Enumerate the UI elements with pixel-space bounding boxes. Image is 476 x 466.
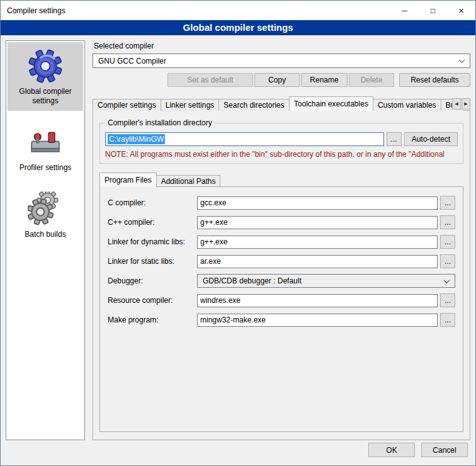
installation-directory-group: Compiler's installation directory C:\ray… bbox=[99, 118, 463, 164]
window-title: Compiler settings bbox=[1, 6, 390, 15]
installation-directory-input[interactable]: C:\raylib\MinGW bbox=[105, 132, 384, 146]
browse-button[interactable]: ... bbox=[440, 293, 455, 307]
field-label: Linker for dynamic libs: bbox=[108, 237, 195, 246]
set-as-default-button[interactable]: Set as default bbox=[167, 73, 253, 87]
bin-subdirectory-note: NOTE: All programs must exist either in … bbox=[105, 150, 458, 159]
dialog-footer: OK Cancel bbox=[1, 440, 475, 465]
delete-button[interactable]: Delete bbox=[349, 73, 394, 87]
compiler-settings-window: Compiler settings ─ □ × Global compiler … bbox=[0, 0, 476, 466]
field-row-c-compiler: C compiler: ... bbox=[108, 196, 455, 210]
debugger-select-value: GDB/CDB debugger : Default bbox=[203, 276, 302, 285]
sidebar-item-batch-builds[interactable]: Batch builds bbox=[8, 185, 83, 244]
dynamic-linker-input[interactable] bbox=[197, 236, 438, 249]
minimize-icon[interactable]: ─ bbox=[390, 1, 419, 20]
chevron-down-icon bbox=[459, 57, 465, 63]
tab-toolchain-executables[interactable]: Toolchain executables bbox=[289, 96, 373, 111]
tab-program-files[interactable]: Program Files bbox=[99, 173, 157, 187]
browse-button[interactable]: ... bbox=[440, 215, 455, 229]
tab-search-directories[interactable]: Search directories bbox=[218, 99, 290, 111]
program-files-panel: C compiler: ... C++ compiler: ... Linker… bbox=[99, 186, 463, 432]
field-row-dynamic-linker: Linker for dynamic libs: ... bbox=[108, 235, 455, 249]
sidebar-item-label: Profiler settings bbox=[20, 163, 72, 173]
sidebar-item-label: Batch builds bbox=[25, 230, 65, 239]
c-compiler-input[interactable] bbox=[197, 196, 438, 210]
tab-custom-variables[interactable]: Custom variables bbox=[373, 99, 441, 111]
ok-button[interactable]: OK bbox=[368, 443, 415, 457]
field-row-debugger: Debugger: GDB/CDB debugger : Default bbox=[108, 274, 455, 288]
field-label: Debugger: bbox=[108, 276, 195, 285]
main-panel: Selected compiler GNU GCC Compiler Set a… bbox=[93, 40, 470, 440]
gray-gears-icon bbox=[28, 191, 63, 227]
field-row-cpp-compiler: C++ compiler: ... bbox=[108, 215, 455, 229]
chevron-down-icon bbox=[444, 277, 450, 283]
selected-compiler-label: Selected compiler bbox=[94, 42, 470, 50]
cpp-compiler-input[interactable] bbox=[197, 216, 438, 229]
field-row-resource-compiler: Resource compiler: ... bbox=[108, 293, 455, 307]
tab-linker-settings[interactable]: Linker settings bbox=[161, 99, 219, 111]
field-row-make-program: Make program: ... bbox=[108, 313, 455, 327]
toolchain-executables-panel: Compiler's installation directory C:\ray… bbox=[93, 110, 470, 440]
title-bar[interactable]: Compiler settings ─ □ × bbox=[1, 1, 475, 20]
maximize-icon[interactable]: □ bbox=[419, 1, 447, 20]
tab-additional-paths[interactable]: Additional Paths bbox=[156, 175, 221, 187]
installation-directory-browse-button[interactable]: ... bbox=[387, 132, 402, 146]
cancel-button[interactable]: Cancel bbox=[421, 443, 468, 457]
auto-detect-button[interactable]: Auto-detect bbox=[404, 132, 458, 146]
settings-tab-bar: Compiler settings Linker settings Search… bbox=[93, 96, 470, 111]
field-label: Resource compiler: bbox=[108, 296, 195, 305]
debugger-select[interactable]: GDB/CDB debugger : Default bbox=[197, 274, 455, 288]
rename-button[interactable]: Rename bbox=[301, 73, 348, 87]
tab-scroll-buttons: ◀ ▶ bbox=[452, 98, 470, 110]
installation-directory-value: C:\raylib\MinGW bbox=[108, 134, 165, 144]
dialog-header: Global compiler settings bbox=[1, 20, 475, 35]
copy-button[interactable]: Copy bbox=[254, 73, 300, 87]
installation-directory-legend: Compiler's installation directory bbox=[105, 118, 215, 127]
compiler-select[interactable]: GNU GCC Compiler bbox=[93, 54, 470, 68]
close-icon[interactable]: × bbox=[447, 1, 475, 20]
compiler-select-value: GNU GCC Compiler bbox=[98, 57, 166, 65]
browse-button[interactable]: ... bbox=[440, 254, 455, 268]
profiler-tool-icon bbox=[28, 125, 63, 160]
dialog-body: Global compiler settings Profiler settin… bbox=[1, 35, 475, 440]
field-label: C++ compiler: bbox=[108, 218, 195, 227]
static-linker-input[interactable] bbox=[197, 255, 438, 268]
settings-sidebar: Global compiler settings Profiler settin… bbox=[6, 40, 85, 440]
browse-button[interactable]: ... bbox=[440, 313, 455, 327]
compiler-actions: Set as default Copy Rename Delete Reset … bbox=[93, 73, 470, 87]
tab-scroll-right-icon[interactable]: ▶ bbox=[462, 98, 470, 110]
field-label: C compiler: bbox=[108, 198, 195, 207]
browse-button[interactable]: ... bbox=[440, 235, 455, 249]
resource-compiler-input[interactable] bbox=[197, 294, 438, 307]
sidebar-item-profiler-settings[interactable]: Profiler settings bbox=[8, 118, 83, 178]
field-label: Make program: bbox=[108, 315, 195, 324]
program-files-tab-bar: Program Files Additional Paths bbox=[99, 172, 463, 187]
field-label: Linker for static libs: bbox=[108, 257, 195, 266]
tab-scroll-left-icon[interactable]: ◀ bbox=[452, 98, 461, 110]
reset-defaults-button[interactable]: Reset defaults bbox=[399, 73, 470, 87]
field-row-static-linker: Linker for static libs: ... bbox=[108, 254, 455, 268]
sidebar-item-label: Global compiler settings bbox=[9, 87, 82, 106]
blue-gear-icon bbox=[28, 48, 63, 84]
browse-button[interactable]: ... bbox=[440, 196, 455, 210]
sidebar-item-global-compiler-settings[interactable]: Global compiler settings bbox=[8, 42, 83, 111]
installation-directory-row: C:\raylib\MinGW ... Auto-detect bbox=[105, 132, 458, 146]
tab-compiler-settings[interactable]: Compiler settings bbox=[93, 99, 161, 111]
make-program-input[interactable] bbox=[197, 314, 438, 327]
